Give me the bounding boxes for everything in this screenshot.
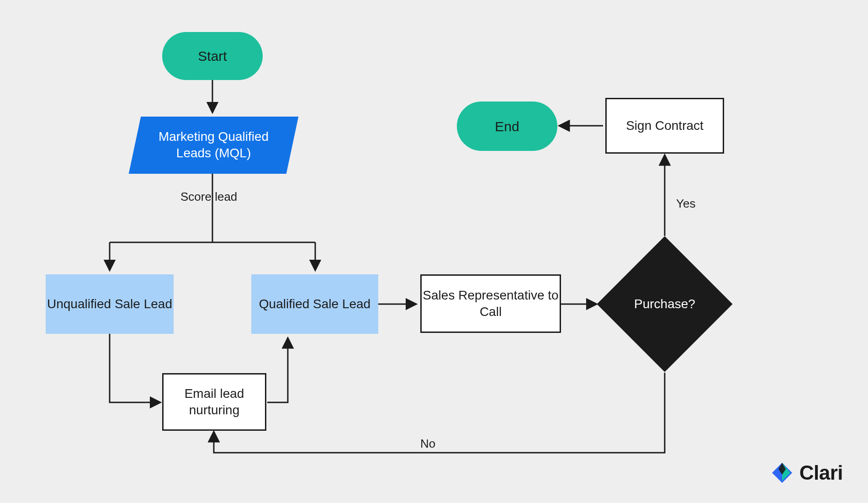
- qualified-label: Qualified Sale Lead: [259, 296, 370, 312]
- brand-logo: Clari: [770, 461, 843, 485]
- purchase-decision-label: Purchase?: [634, 297, 695, 311]
- end-node: End: [457, 102, 557, 151]
- nurturing-node: Email lead nurturing: [162, 373, 266, 431]
- flowchart-canvas: Start Marketing Qualified Leads (MQL) Sc…: [0, 0, 868, 503]
- start-node: Start: [162, 32, 263, 80]
- clari-logo-icon: [770, 461, 794, 485]
- nurturing-label: Email lead nurturing: [164, 385, 265, 419]
- score-lead-label: Score lead: [180, 190, 237, 204]
- unqualified-label: Unqualified Sale Lead: [47, 296, 172, 312]
- unqualified-node: Unqualified Sale Lead: [46, 274, 174, 334]
- sales-call-node: Sales Representative to Call: [420, 274, 561, 333]
- purchase-decision-node: Purchase?: [617, 256, 713, 352]
- connectors: [0, 0, 868, 503]
- mql-node: Marketing Qualified Leads (MQL): [129, 117, 299, 174]
- brand-name: Clari: [799, 461, 843, 484]
- no-label: No: [420, 437, 435, 451]
- sign-contract-label: Sign Contract: [626, 118, 704, 134]
- yes-label: Yes: [676, 197, 695, 211]
- sales-call-label: Sales Representative to Call: [422, 287, 560, 321]
- start-label: Start: [198, 47, 227, 65]
- qualified-node: Qualified Sale Lead: [251, 274, 378, 334]
- mql-label: Marketing Qualified Leads (MQL): [135, 128, 292, 162]
- sign-contract-node: Sign Contract: [605, 98, 724, 154]
- end-label: End: [495, 118, 519, 135]
